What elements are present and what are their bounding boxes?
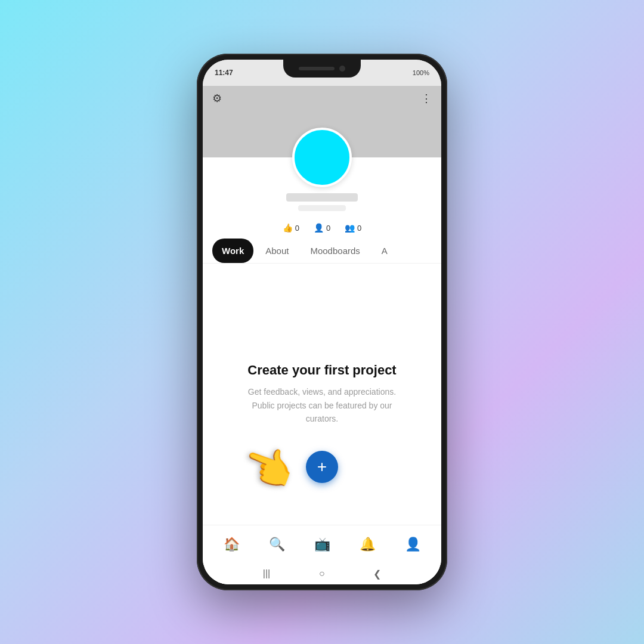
android-recent-btn[interactable]: ||| (263, 568, 270, 579)
tab-more[interactable]: A (372, 239, 397, 263)
bottom-nav: 🏠 🔍 📺 🔔 👤 (203, 525, 441, 563)
likes-count: 0 (295, 224, 299, 233)
notifications-icon: 🔔 (360, 537, 376, 552)
home-icon: 🏠 (224, 537, 240, 552)
phone-screen: 11:47 100% ⚙ ⋮ 👍 0 (203, 60, 441, 584)
avatar[interactable] (292, 128, 352, 187)
notch (283, 60, 361, 78)
status-battery: 100% (413, 69, 429, 76)
following-stat: 👤 0 (314, 223, 330, 233)
followers-count: 0 (357, 224, 361, 233)
followers-stat: 👥 0 (345, 223, 361, 233)
camera (339, 66, 345, 72)
android-nav-bar: ||| ○ ❮ (203, 563, 441, 584)
tab-moodboards[interactable]: Moodboards (301, 239, 369, 263)
status-bar: 11:47 100% (203, 60, 441, 86)
likes-icon: 👍 (283, 223, 293, 233)
android-home-btn[interactable]: ○ (319, 568, 325, 579)
create-project-title: Create your first project (247, 363, 396, 378)
hand-pointer-annotation: 👉 (237, 436, 302, 500)
create-project-description: Get feedback, views, and appreciations. … (244, 385, 400, 425)
status-time: 11:47 (215, 69, 233, 77)
profile-name-area (203, 193, 441, 217)
speaker (299, 67, 335, 70)
following-count: 0 (326, 224, 330, 233)
followers-icon: 👥 (345, 223, 355, 233)
profile-cover: ⚙ ⋮ (203, 86, 441, 157)
feed-icon: 📺 (314, 537, 330, 552)
tabs-row: Work About Moodboards A (203, 239, 441, 264)
phone-frame: 11:47 100% ⚙ ⋮ 👍 0 (197, 54, 447, 590)
nav-feed[interactable]: 📺 (307, 532, 338, 557)
fab-plus-icon: + (317, 457, 327, 476)
more-options-icon[interactable]: ⋮ (421, 92, 432, 105)
profile-name-placeholder (286, 193, 358, 202)
nav-notifications[interactable]: 🔔 (352, 532, 383, 557)
android-back-btn[interactable]: ❮ (373, 568, 381, 580)
nav-search[interactable]: 🔍 (262, 532, 292, 557)
settings-icon[interactable]: ⚙ (212, 92, 222, 105)
stats-row: 👍 0 👤 0 👥 0 (203, 217, 441, 239)
profile-icon: 👤 (405, 537, 421, 552)
likes-stat: 👍 0 (283, 223, 299, 233)
following-icon: 👤 (314, 223, 324, 233)
profile-handle-placeholder (298, 205, 346, 211)
main-content-area: Create your first project Get feedback, … (203, 264, 441, 525)
tab-about[interactable]: About (256, 239, 298, 263)
nav-home[interactable]: 🏠 (216, 532, 247, 557)
tab-work[interactable]: Work (212, 239, 253, 263)
search-icon: 🔍 (269, 537, 285, 552)
add-project-fab[interactable]: + (306, 451, 338, 483)
nav-profile[interactable]: 👤 (398, 532, 428, 557)
profile-content: 👍 0 👤 0 👥 0 Work About Moodboards A (203, 157, 441, 584)
